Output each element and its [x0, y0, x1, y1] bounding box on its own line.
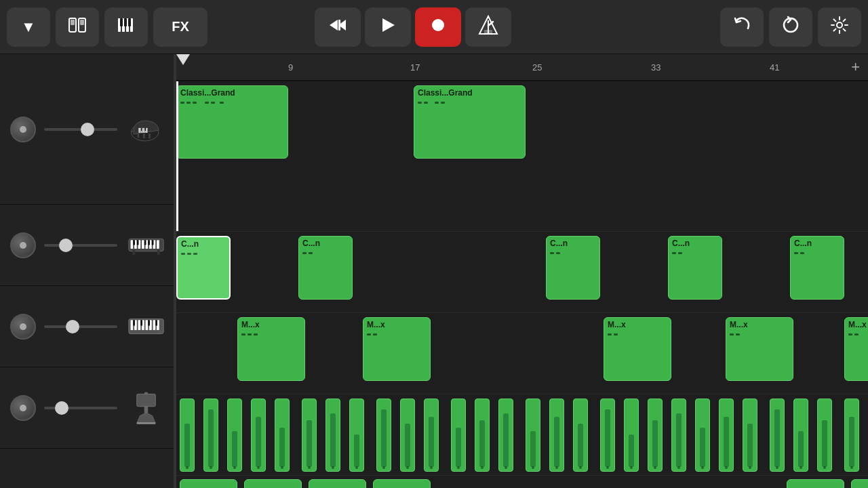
clip-drum-1[interactable]: • • • [180, 479, 237, 488]
clip-cn-3[interactable]: C...n [546, 236, 600, 300]
svg-rect-34 [130, 240, 133, 249]
track-3-slider[interactable] [44, 325, 117, 328]
bar-clip-14[interactable] [526, 399, 540, 472]
clip-cn-1-selected[interactable]: C...n [176, 236, 231, 300]
bar-dot-2 [233, 466, 236, 469]
bar-clip-8[interactable] [376, 399, 391, 472]
bar-clip-20[interactable] [671, 399, 686, 472]
add-track-button[interactable]: + [851, 58, 860, 76]
bar-clip-24[interactable] [770, 399, 785, 472]
bar-clip-21[interactable] [695, 399, 710, 472]
clip-mx-2[interactable]: M...x [363, 317, 431, 381]
svg-rect-44 [144, 240, 146, 245]
bar-dot-19 [654, 466, 656, 469]
timeline: 9 17 25 33 41 + Classi...Grand [176, 54, 868, 488]
bar-dot-21 [701, 466, 704, 469]
bar-visual-10 [429, 417, 434, 467]
bar-clip-15[interactable] [549, 399, 564, 472]
bar-clip-19[interactable] [648, 399, 663, 472]
clip-drum-2[interactable]: • • • [244, 479, 302, 488]
track-4-slider[interactable] [44, 407, 117, 409]
bar-clip-9[interactable] [400, 399, 415, 472]
bar-clip-5[interactable] [302, 399, 317, 472]
bar-dot-12 [481, 466, 484, 469]
bar-clip-3[interactable] [251, 399, 266, 472]
track-4-knob[interactable] [10, 395, 36, 421]
knob-indicator-4 [20, 405, 26, 411]
metronome-button[interactable] [465, 7, 511, 47]
rewind-button[interactable] [315, 7, 361, 47]
svg-rect-28 [142, 128, 144, 133]
bar-clip-7[interactable] [349, 399, 364, 472]
bar-dot-5 [308, 466, 311, 469]
bar-clip-22[interactable] [719, 399, 734, 472]
svg-rect-59 [140, 320, 142, 325]
clip-mx-5[interactable]: M...x [844, 317, 868, 381]
bar-visual-16 [578, 424, 583, 467]
bar-clip-1[interactable] [203, 399, 218, 472]
bar-clip-6[interactable] [326, 399, 340, 472]
bar-clip-18[interactable] [624, 399, 639, 472]
bar-clip-2[interactable] [227, 399, 242, 472]
clip-cn-4[interactable]: C...n [668, 236, 722, 300]
bar-clip-25[interactable] [793, 399, 808, 472]
fx-button[interactable]: FX [153, 7, 208, 47]
clip-mx-label-1: M...x [238, 318, 304, 331]
track-3-knob[interactable] [10, 314, 36, 340]
bar-visual-1 [208, 409, 214, 467]
clip-mx-1[interactable]: M...x [237, 317, 305, 381]
svg-rect-25 [149, 134, 151, 138]
transport-group [315, 7, 511, 47]
bar-visual-12 [479, 420, 485, 467]
clip-cn-notes-4 [669, 250, 722, 256]
bar-clip-23[interactable] [743, 399, 757, 472]
record-button[interactable] [415, 7, 461, 47]
clip-cn-notes-3 [547, 250, 599, 256]
svg-rect-9 [124, 18, 127, 26]
clip-grand-1[interactable]: Classi...Grand [176, 85, 288, 159]
bar-visual-25 [798, 431, 804, 467]
track-1-slider[interactable] [44, 128, 117, 131]
knob-indicator [20, 126, 26, 133]
clip-drum-3[interactable]: • • • [309, 479, 366, 488]
bar-clip-13[interactable] [498, 399, 513, 472]
settings-button[interactable] [818, 7, 861, 47]
clip-cn-label-4: C...n [669, 237, 722, 250]
bar-clip-27[interactable] [844, 399, 859, 472]
clip-drum-5[interactable]: • • • [787, 479, 844, 488]
bar-clip-26[interactable] [817, 399, 832, 472]
clip-mx-4[interactable]: M...x [726, 317, 793, 381]
dropdown-icon: ▼ [21, 18, 36, 36]
track-2-slider[interactable] [44, 244, 117, 247]
clip-cn-notes-1 [178, 251, 229, 257]
bar-clip-4[interactable] [275, 399, 290, 472]
svg-rect-24 [142, 134, 144, 138]
play-button[interactable] [365, 7, 411, 47]
bar-dot-6 [332, 466, 334, 469]
tracks-area: Classi...Grand Classi...Grand [176, 81, 868, 488]
piano-roll-button[interactable] [104, 7, 148, 47]
undo-button[interactable] [720, 7, 764, 47]
bar-clip-17[interactable] [600, 399, 615, 472]
bar-clip-10[interactable] [424, 399, 439, 472]
track-1-knob[interactable] [10, 117, 36, 142]
clip-label-1: Classi...Grand [177, 86, 288, 100]
arranger-button[interactable] [56, 7, 99, 47]
dropdown-button[interactable]: ▼ [7, 7, 50, 47]
bar-clip-16[interactable] [573, 399, 588, 472]
clip-mx-label-5: M...x [845, 318, 868, 331]
clip-grand-2[interactable]: Classi...Grand [414, 85, 526, 159]
clip-drum-6[interactable]: • • • [851, 479, 868, 488]
bar-clip-0[interactable] [180, 399, 195, 472]
bar-dot-24 [776, 466, 778, 469]
clip-drum-4[interactable]: • • • [373, 479, 431, 488]
bar-clip-11[interactable] [451, 399, 466, 472]
loop-button[interactable] [769, 7, 812, 47]
bar-dot-26 [823, 466, 826, 469]
playhead-line [176, 81, 178, 231]
clip-mx-3[interactable]: M...x [604, 317, 671, 381]
track-2-knob[interactable] [10, 232, 36, 258]
bar-clip-12[interactable] [475, 399, 490, 472]
clip-cn-2[interactable]: C...n [298, 236, 353, 300]
clip-cn-5[interactable]: C...n [790, 236, 844, 300]
